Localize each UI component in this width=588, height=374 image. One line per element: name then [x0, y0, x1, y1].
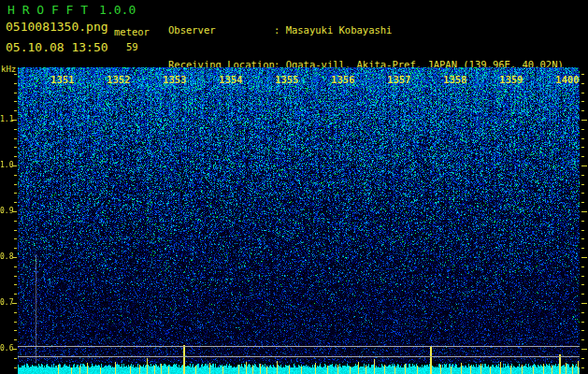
freq-minor-tick	[14, 202, 17, 203]
freq-minor-tick-right	[581, 184, 584, 185]
freq-minor-tick-right	[581, 101, 584, 102]
freq-minor-tick	[14, 193, 17, 194]
freq-minor-tick-right	[581, 74, 584, 75]
time-label: 1351	[49, 74, 77, 85]
app-title-line: H R O F F T1.0.0	[7, 3, 136, 17]
freq-minor-tick-right	[581, 221, 584, 222]
freq-minor-tick-right	[581, 312, 584, 313]
info-row-observer: Observer: Masayuki Kobayashi	[168, 24, 564, 36]
freq-minor-tick	[14, 129, 17, 130]
freq-minor-tick	[14, 101, 17, 102]
time-label: 1354	[217, 74, 245, 85]
freq-minor-tick	[14, 322, 17, 323]
freq-minor-tick-right	[581, 294, 584, 295]
freq-minor-tick	[14, 83, 17, 84]
freq-minor-tick	[14, 147, 17, 148]
freq-minor-tick	[14, 175, 17, 176]
threshold-line-lower	[18, 356, 580, 357]
freq-minor-tick-right	[581, 230, 584, 231]
y-axis-unit-label: kHz	[1, 65, 16, 74]
freq-minor-tick-right	[581, 248, 584, 249]
time-label: 1352	[105, 74, 133, 85]
freq-major-tick	[12, 165, 17, 166]
vertical-marker-line	[36, 254, 36, 363]
freq-minor-tick	[14, 74, 17, 75]
time-label: 1355	[273, 74, 301, 85]
freq-minor-tick	[14, 156, 17, 157]
echo-count: 59	[126, 41, 138, 52]
freq-minor-tick	[14, 93, 17, 94]
freq-minor-tick-right	[581, 367, 584, 368]
hrofft-screen: H R O F F T1.0.0 0510081350.png meteor 0…	[0, 0, 588, 374]
time-label: 1356	[329, 74, 357, 85]
freq-major-tick	[12, 303, 17, 304]
freq-major-tick	[12, 349, 17, 350]
freq-minor-tick-right	[581, 276, 584, 277]
freq-minor-tick-right	[581, 193, 584, 194]
freq-major-tick-right	[581, 303, 587, 304]
freq-minor-tick	[14, 284, 17, 285]
freq-minor-tick-right	[581, 322, 584, 323]
freq-minor-tick-right	[581, 284, 584, 285]
app-version: 1.0.0	[99, 3, 136, 17]
time-label: 1357	[385, 74, 413, 85]
threshold-line-upper	[18, 346, 580, 347]
freq-tick-label: 0.8	[0, 252, 11, 261]
freq-major-tick-right	[581, 120, 587, 121]
time-label: 1353	[161, 74, 189, 85]
freq-minor-tick-right	[581, 129, 584, 130]
freq-tick-label: 1.1	[0, 115, 11, 123]
freq-minor-tick-right	[581, 175, 584, 176]
freq-minor-tick-right	[581, 358, 584, 359]
freq-minor-tick-right	[581, 156, 584, 157]
freq-major-tick-right	[581, 211, 587, 212]
freq-minor-tick	[14, 358, 17, 359]
freq-minor-tick-right	[581, 83, 584, 84]
freq-minor-tick	[14, 184, 17, 185]
spectrogram-heatmap	[18, 67, 580, 374]
app-title: H R O F F T	[7, 3, 88, 17]
freq-major-tick	[12, 211, 17, 212]
freq-minor-tick	[14, 266, 17, 267]
freq-major-tick-right	[581, 257, 587, 258]
freq-minor-tick-right	[581, 330, 584, 331]
freq-minor-tick	[14, 221, 17, 222]
freq-major-tick	[12, 257, 17, 258]
freq-minor-tick	[14, 330, 17, 331]
time-label: 1358	[441, 74, 469, 85]
freq-minor-tick-right	[581, 147, 584, 148]
freq-minor-tick-right	[581, 138, 584, 139]
freq-minor-tick-right	[581, 266, 584, 267]
freq-tick-label: 1.0	[0, 161, 11, 169]
output-filename: 0510081350.png	[6, 20, 108, 34]
freq-minor-tick	[14, 238, 17, 239]
freq-minor-tick	[14, 110, 17, 111]
freq-minor-tick	[14, 138, 17, 139]
freq-tick-label: 0.7	[0, 298, 11, 307]
info-label: Observer	[168, 24, 274, 36]
freq-major-tick-right	[581, 165, 587, 166]
freq-minor-tick	[14, 367, 17, 368]
time-label: 1359	[497, 74, 525, 85]
freq-minor-tick-right	[581, 93, 584, 94]
freq-minor-tick-right	[581, 110, 584, 111]
info-value: Masayuki Kobayashi	[286, 24, 393, 36]
observation-datetime: 05.10.08 13:50	[6, 40, 108, 54]
freq-minor-tick-right	[581, 202, 584, 203]
freq-tick-label: 0.9	[0, 207, 11, 215]
observation-mode: meteor	[114, 26, 150, 37]
freq-minor-tick	[14, 312, 17, 313]
time-label: 1400	[553, 74, 581, 85]
freq-major-tick-right	[581, 349, 587, 350]
freq-minor-tick	[14, 339, 17, 340]
freq-minor-tick	[14, 248, 17, 249]
freq-tick-label: 0.6	[0, 344, 11, 352]
freq-minor-tick	[14, 294, 17, 295]
info-separator: :	[274, 24, 286, 36]
freq-minor-tick-right	[581, 339, 584, 340]
freq-minor-tick	[14, 276, 17, 277]
freq-major-tick	[12, 120, 17, 121]
freq-minor-tick	[14, 230, 17, 231]
freq-minor-tick-right	[581, 238, 584, 239]
